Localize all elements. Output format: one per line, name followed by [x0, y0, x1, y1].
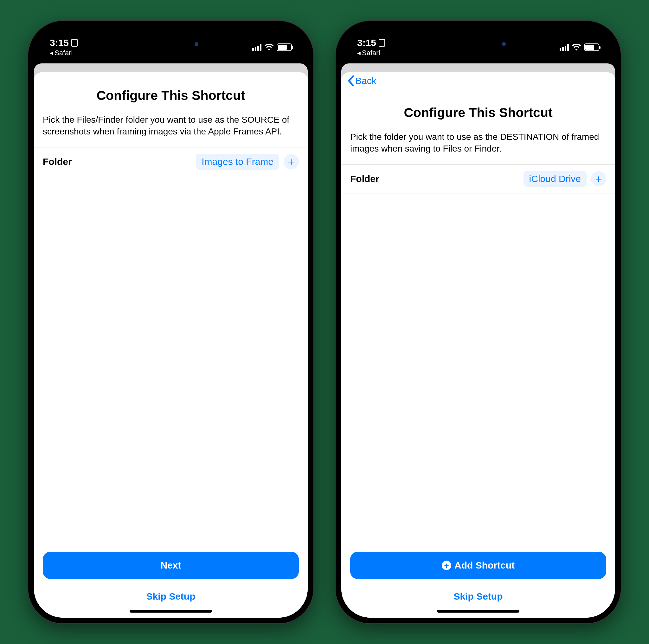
- back-button[interactable]: Back: [348, 76, 377, 86]
- page-title: Configure This Shortcut: [341, 89, 615, 131]
- back-app-label: Safari: [54, 49, 73, 57]
- add-shortcut-label: Add Shortcut: [455, 560, 515, 571]
- camera-dot: [194, 42, 199, 46]
- folder-value-chip[interactable]: iCloud Drive: [523, 171, 587, 187]
- configure-sheet: Configure This Shortcut Pick the Files/F…: [34, 72, 308, 618]
- add-folder-button[interactable]: ＋: [284, 154, 299, 169]
- home-indicator[interactable]: [437, 610, 519, 613]
- folder-label: Folder: [43, 156, 72, 167]
- status-time: 3:15: [357, 37, 385, 48]
- dynamic-island: [134, 34, 207, 54]
- back-app-label: Safari: [362, 49, 380, 57]
- next-button[interactable]: Next: [43, 552, 299, 579]
- sim-icon: [379, 39, 385, 47]
- battery-icon: [277, 43, 292, 51]
- wifi-icon: [572, 44, 581, 51]
- plus-icon: ＋: [593, 171, 604, 186]
- phone-left: 3:15 Safari Configure This Shortcut Pick…: [28, 21, 313, 623]
- cellular-icon: [252, 44, 261, 51]
- breadcrumb-back-app[interactable]: Safari: [50, 49, 78, 57]
- status-time: 3:15: [50, 37, 78, 48]
- nav-bar: Back: [341, 72, 615, 89]
- back-label: Back: [355, 76, 377, 86]
- page-title: Configure This Shortcut: [34, 72, 308, 114]
- screen: 3:15 Safari Configure This Shortcut Pick…: [34, 27, 308, 618]
- page-description: Pick the folder you want to use as the D…: [341, 131, 615, 165]
- folder-value-chip[interactable]: Images to Frame: [196, 154, 279, 170]
- cellular-icon: [560, 44, 569, 51]
- sheet-backdrop: Back Configure This Shortcut Pick the fo…: [341, 64, 615, 618]
- battery-icon: [584, 43, 599, 51]
- time-text: 3:15: [50, 37, 69, 48]
- add-shortcut-button[interactable]: ＋ Add Shortcut: [350, 552, 606, 579]
- configure-sheet: Back Configure This Shortcut Pick the fo…: [341, 72, 615, 618]
- home-indicator[interactable]: [130, 610, 212, 613]
- phone-right: 3:15 Safari Back: [336, 21, 621, 623]
- folder-label: Folder: [350, 173, 379, 184]
- sim-icon: [71, 39, 78, 47]
- add-folder-button[interactable]: ＋: [591, 171, 606, 187]
- page-description: Pick the Files/Finder folder you want to…: [34, 114, 308, 148]
- wifi-icon: [265, 44, 273, 51]
- breadcrumb-back-app[interactable]: Safari: [357, 49, 385, 57]
- next-button-label: Next: [160, 560, 181, 571]
- sheet-backdrop: Configure This Shortcut Pick the Files/F…: [34, 64, 308, 618]
- skip-setup-link[interactable]: Skip Setup: [146, 591, 195, 602]
- folder-row[interactable]: Folder iCloud Drive ＋: [341, 164, 615, 193]
- camera-dot: [502, 42, 506, 46]
- dynamic-island: [442, 34, 515, 54]
- skip-setup-link[interactable]: Skip Setup: [453, 591, 503, 602]
- screen: 3:15 Safari Back: [341, 27, 615, 618]
- time-text: 3:15: [357, 37, 376, 48]
- chevron-left-icon: [348, 76, 355, 86]
- plus-icon: ＋: [286, 154, 297, 169]
- folder-row[interactable]: Folder Images to Frame ＋: [34, 147, 308, 176]
- plus-circle-icon: ＋: [442, 561, 451, 570]
